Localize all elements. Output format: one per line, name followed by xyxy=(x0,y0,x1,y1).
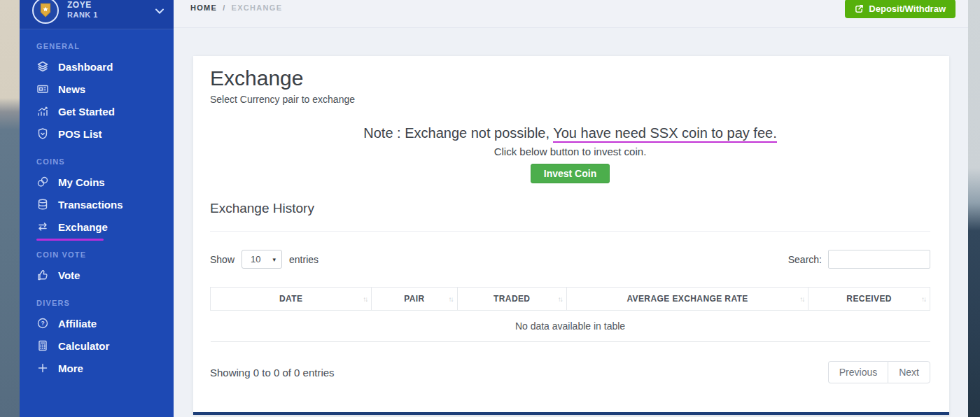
page: ZOYE RANK 1 GENERAL Dashboard News xyxy=(0,0,980,417)
sidebar-item-vote[interactable]: Vote xyxy=(20,264,174,286)
thumbs-up-icon xyxy=(36,269,49,281)
svg-text:?: ? xyxy=(41,320,44,327)
section-label: COIN VOTE xyxy=(20,250,174,259)
plus-icon xyxy=(36,362,49,374)
topbar: HOME / EXCHANGE Deposit/Withdraw xyxy=(174,0,968,28)
sidebar-item-label: Get Started xyxy=(58,106,115,118)
background-photo-left xyxy=(0,0,20,417)
note-prefix: Note : Exchange not possible, xyxy=(363,125,553,141)
coins-icon xyxy=(36,176,49,188)
sort-icon: ↑↓ xyxy=(799,295,804,303)
page-title: Exchange xyxy=(210,66,930,91)
sidebar-item-transactions[interactable]: Transactions xyxy=(20,193,174,215)
note-highlight: You have need SSX coin to pay fee. xyxy=(553,125,777,143)
external-link-icon xyxy=(855,4,864,13)
chart-up-icon xyxy=(36,105,49,118)
entries-summary: Showing 0 to 0 of 0 entries xyxy=(210,367,335,379)
gold-shield-icon xyxy=(38,2,53,19)
sidebar-item-label: News xyxy=(58,83,85,95)
deposit-withdraw-button[interactable]: Deposit/Withdraw xyxy=(845,0,955,18)
column-header-received[interactable]: RECEIVED↑↓ xyxy=(808,288,930,311)
help-circle-icon: ? xyxy=(36,317,49,330)
sidebar-item-exchange[interactable]: Exchange xyxy=(20,215,174,238)
sidebar-item-affiliate[interactable]: ? Affiliate xyxy=(20,312,174,334)
sidebar-section-general: GENERAL Dashboard News Get Started xyxy=(20,42,174,145)
sidebar-item-label: Affiliate xyxy=(58,318,97,330)
column-label: RECEIVED xyxy=(846,294,892,304)
sidebar-section-divers: DIVERS ? Affiliate Calculator More xyxy=(20,299,174,379)
sidebar-item-news[interactable]: News xyxy=(20,78,174,100)
history-divider xyxy=(210,231,930,232)
section-label: GENERAL xyxy=(20,42,174,50)
column-header-pair[interactable]: PAIR↑↓ xyxy=(372,288,457,311)
caret-down-icon: ▾ xyxy=(273,256,276,263)
main-area: Exchange Select Currency pair to exchang… xyxy=(174,28,968,417)
column-header-average-exchange-rate[interactable]: AVERAGE EXCHANGE RATE↑↓ xyxy=(566,288,808,311)
show-label: Show xyxy=(210,254,234,265)
search-label: Search: xyxy=(788,254,822,265)
previous-page-button[interactable]: Previous xyxy=(828,361,888,383)
column-label: AVERAGE EXCHANGE RATE xyxy=(626,294,748,304)
exchange-history-table: DATE↑↓ PAIR↑↓ TRADED↑↓ AVERAGE EXCHANGE … xyxy=(210,287,930,342)
pagination: Previous Next xyxy=(828,361,930,383)
column-header-date[interactable]: DATE↑↓ xyxy=(211,288,372,311)
sidebar-user-header[interactable]: ZOYE RANK 1 xyxy=(20,0,174,29)
user-avatar-badge xyxy=(32,0,59,24)
sidebar-item-pos-list[interactable]: POS List xyxy=(20,122,174,145)
shield-icon xyxy=(36,127,49,140)
sort-icon: ↑↓ xyxy=(449,295,453,303)
sidebar-item-label: POS List xyxy=(58,128,102,140)
sidebar-section-coin-vote: COIN VOTE Vote xyxy=(20,250,174,286)
deposit-withdraw-label: Deposit/Withdraw xyxy=(869,3,946,14)
invest-coin-button[interactable]: Invest Coin xyxy=(531,164,610,183)
note-instruction: Click below button to invest coin. xyxy=(210,146,930,157)
empty-message: No data available in table xyxy=(211,311,930,342)
table-header-row: DATE↑↓ PAIR↑↓ TRADED↑↓ AVERAGE EXCHANGE … xyxy=(211,288,930,311)
exchange-arrows-icon xyxy=(36,220,49,233)
column-label: DATE xyxy=(279,294,302,304)
sidebar-item-calculator[interactable]: Calculator xyxy=(20,334,174,357)
sort-icon: ↑↓ xyxy=(363,295,367,303)
exchange-card: Exchange Select Currency pair to exchang… xyxy=(193,56,949,415)
background-photo-right xyxy=(968,0,980,417)
invest-button-wrap: Invest Coin xyxy=(210,164,930,183)
search-wrap: Search: xyxy=(788,250,930,269)
sidebar-item-dashboard[interactable]: Dashboard xyxy=(20,55,174,78)
empty-row: No data available in table xyxy=(211,311,930,342)
next-page-button[interactable]: Next xyxy=(888,361,930,383)
sidebar-item-label: Exchange xyxy=(58,221,108,233)
section-label: DIVERS xyxy=(20,299,174,307)
user-rank: RANK 1 xyxy=(67,10,98,20)
section-label: COINS xyxy=(20,157,174,166)
sidebar: ZOYE RANK 1 GENERAL Dashboard News xyxy=(20,0,174,417)
breadcrumb-current: EXCHANGE xyxy=(232,3,283,12)
sidebar-item-my-coins[interactable]: My Coins xyxy=(20,171,174,193)
history-title: Exchange History xyxy=(210,201,930,216)
sidebar-item-get-started[interactable]: Get Started xyxy=(20,100,174,122)
table-footer: Showing 0 to 0 of 0 entries Previous Nex… xyxy=(210,361,930,383)
sidebar-item-label: My Coins xyxy=(58,176,105,188)
table-controls: Show 10 ▾ entries Search: xyxy=(210,250,930,269)
content-area: HOME / EXCHANGE Deposit/Withdraw Exchang… xyxy=(174,0,968,417)
user-name: ZOYE xyxy=(67,0,98,10)
sidebar-item-label: More xyxy=(58,362,83,374)
exchange-note: Note : Exchange not possible, You have n… xyxy=(210,124,930,142)
sort-icon: ↑↓ xyxy=(558,295,562,303)
page-size-select[interactable]: 10 ▾ xyxy=(241,250,282,269)
page-size-value: 10 xyxy=(251,254,260,264)
breadcrumb-separator: / xyxy=(223,3,225,12)
sidebar-item-label: Vote xyxy=(58,269,80,281)
entries-label: entries xyxy=(289,254,318,265)
database-icon xyxy=(36,198,49,211)
page-subtitle: Select Currency pair to exchange xyxy=(210,93,930,106)
column-header-traded[interactable]: TRADED↑↓ xyxy=(457,288,566,311)
sidebar-item-more[interactable]: More xyxy=(20,357,174,379)
search-input[interactable] xyxy=(828,250,930,269)
column-label: TRADED xyxy=(493,294,530,304)
chevron-down-icon[interactable] xyxy=(155,8,164,14)
sidebar-item-label: Transactions xyxy=(58,199,123,211)
sidebar-section-coins: COINS My Coins Transactions Exchange xyxy=(20,157,174,238)
column-label: PAIR xyxy=(404,294,424,304)
breadcrumb-home-link[interactable]: HOME xyxy=(190,3,217,12)
breadcrumb: HOME / EXCHANGE xyxy=(190,3,282,12)
